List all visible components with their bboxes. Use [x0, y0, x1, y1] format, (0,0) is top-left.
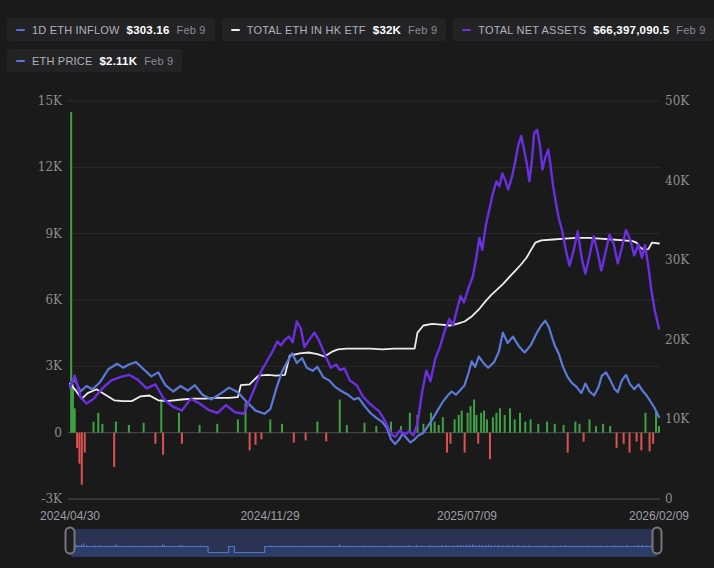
inflow-bar-positive [461, 411, 463, 433]
inflow-bar-negative [81, 433, 83, 485]
inflow-bar-positive [602, 424, 604, 433]
inflow-bar-positive [504, 415, 506, 433]
inflow-bar-positive [480, 413, 482, 433]
inflow-bar-positive [658, 426, 660, 433]
right-axis-tick-label: 0 [665, 491, 709, 507]
inflow-bar-positive [97, 413, 99, 433]
left-axis-tick-label: 3K [20, 358, 62, 374]
total-net-assets-line [70, 130, 659, 437]
inflow-bar-negative [616, 433, 618, 448]
inflow-bar-positive [364, 423, 366, 433]
inflow-bar-negative [325, 433, 327, 442]
left-axis-tick-label: 12K [20, 159, 62, 175]
right-axis-tick-label: 20K [665, 332, 709, 348]
eth-etf-flow-dashboard: 1D ETH INFLOW $303.16 Feb 9 TOTAL ETH IN… [0, 0, 714, 568]
inflow-bar-positive [609, 426, 611, 433]
inflow-bar-positive [269, 419, 271, 432]
inflow-bar-positive [519, 413, 521, 433]
inflow-bar-positive [409, 413, 411, 433]
inflow-bar-negative [583, 433, 585, 442]
inflow-bar-negative [567, 433, 569, 453]
inflow-bar-negative [76, 433, 78, 448]
inflow-bar-negative [113, 433, 115, 467]
inflow-bar-positive [93, 422, 95, 433]
inflow-bars [70, 112, 660, 485]
inflow-bar-negative [623, 433, 625, 444]
inflow-bar-negative [649, 433, 651, 452]
inflow-bar-negative [162, 433, 164, 455]
inflow-bar-positive [160, 400, 162, 433]
inflow-bar-positive [74, 408, 76, 432]
inflow-bar-positive [473, 400, 475, 433]
inflow-bar-positive [495, 413, 497, 433]
inflow-bar-negative [293, 433, 295, 443]
inflow-bar-positive [101, 424, 103, 433]
inflow-bar-positive [486, 419, 488, 432]
inflow-bar-positive [530, 419, 532, 432]
inflow-bar-negative [652, 433, 654, 444]
inflow-bar-positive [316, 422, 318, 433]
gridlines [68, 101, 660, 499]
navigator-left-handle[interactable] [66, 528, 75, 554]
inflow-bar-negative [629, 433, 631, 453]
inflow-bar-positive [578, 424, 580, 433]
inflow-bar-negative [249, 433, 251, 451]
inflow-bar-negative [84, 433, 86, 453]
inflow-bar-negative [489, 433, 491, 460]
inflow-bar-negative [255, 433, 257, 445]
right-axis-tick-label: 40K [665, 173, 709, 189]
navigator[interactable] [66, 528, 662, 558]
inflow-bar-positive [470, 406, 472, 433]
inflow-bar-positive [178, 413, 180, 433]
inflow-bar-positive [492, 417, 494, 432]
inflow-bar-negative [477, 433, 479, 444]
inflow-bar-positive [588, 419, 590, 432]
inflow-bar-positive [72, 384, 74, 433]
main-chart[interactable] [0, 0, 714, 568]
left-axis-tick-label: 6K [20, 292, 62, 308]
inflow-bar-positive [524, 422, 526, 433]
inflow-bar-positive [281, 424, 283, 433]
right-axis-tick-label: 30K [665, 252, 709, 268]
right-axis-tick-label: 50K [665, 93, 709, 109]
inflow-bar-positive [467, 413, 469, 433]
inflow-bar-positive [128, 425, 130, 433]
inflow-bar-positive [346, 425, 348, 433]
inflow-bar-negative [154, 433, 156, 444]
inflow-bar-negative [260, 433, 262, 440]
inflow-bar-negative [305, 433, 307, 441]
inflow-bar-positive [143, 423, 145, 433]
inflow-bar-negative [640, 433, 642, 451]
inflow-bar-negative [464, 433, 466, 453]
inflow-bar-positive [115, 422, 117, 433]
x-axis-tick-label: 2024/11/29 [240, 508, 299, 524]
navigator-right-handle[interactable] [653, 528, 662, 554]
inflow-bar-positive [199, 425, 201, 433]
inflow-bar-positive [434, 422, 436, 433]
inflow-bar-positive [483, 411, 485, 433]
inflow-bar-positive [499, 408, 501, 432]
inflow-bar-positive [375, 426, 377, 433]
inflow-bar-positive [595, 426, 597, 433]
inflow-bar-positive [563, 425, 565, 433]
right-axis-tick-label: 10K [665, 411, 709, 427]
inflow-bar-positive [442, 417, 444, 432]
left-axis-tick-label: -3K [20, 491, 62, 507]
inflow-bar-negative [636, 433, 638, 442]
inflow-bar-positive [458, 415, 460, 433]
inflow-bar-negative [449, 433, 451, 444]
inflow-bar-negative [181, 433, 183, 444]
x-axis-tick-label: 2024/04/30 [40, 508, 100, 524]
inflow-bar-positive [554, 424, 556, 433]
left-axis-tick-label: 15K [20, 93, 62, 109]
left-axis-tick-label: 9K [20, 226, 62, 242]
x-axis-tick-label: 2026/02/09 [629, 508, 689, 524]
inflow-bar-positive [438, 425, 440, 433]
inflow-bar-positive [216, 424, 218, 433]
inflow-bar-positive [454, 419, 456, 432]
inflow-bar-positive [644, 413, 646, 433]
inflow-bar-positive [537, 424, 539, 433]
inflow-bar-positive [514, 419, 516, 432]
inflow-bar-positive [546, 422, 548, 433]
inflow-bar-negative [78, 433, 80, 464]
